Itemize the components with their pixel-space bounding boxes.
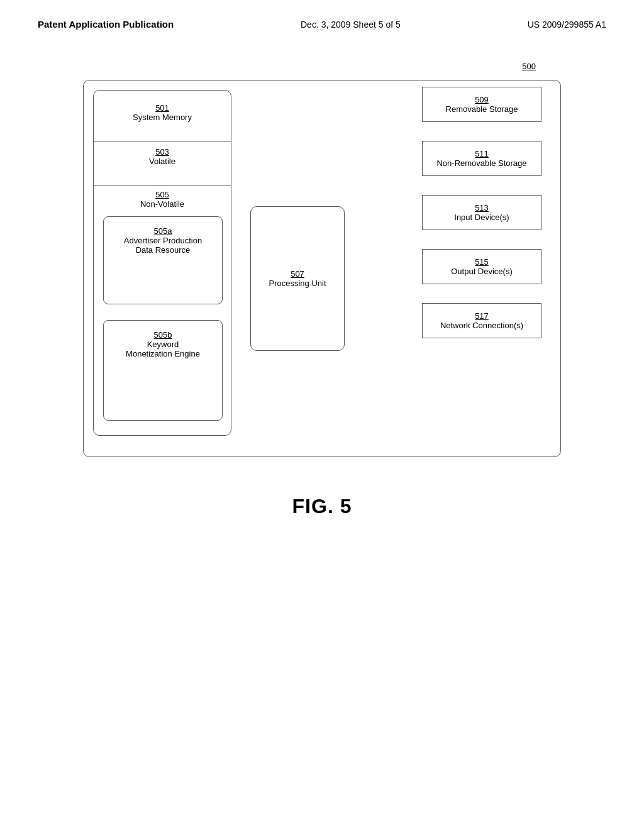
box-505a: 505a Advertiser Production Data Resource (103, 216, 223, 304)
box-511: 511 Non-Removable Storage (422, 141, 541, 176)
box-507: 507 Processing Unit (250, 206, 345, 351)
page-header: Patent Application Publication Dec. 3, 2… (0, 0, 644, 42)
box-505b-label: 505b Keyword Monetization Engine (126, 330, 200, 358)
box-505a-label: 505a Advertiser Production Data Resource (124, 226, 202, 255)
system-memory-label: 501 System Memory (133, 103, 192, 122)
system-memory-box: 501 System Memory 503 Volatile 505 Non-V… (93, 90, 231, 436)
box-515: 515 Output Device(s) (422, 249, 541, 284)
volatile-label: 503 Volatile (149, 147, 175, 166)
volatile-divider (94, 141, 231, 141)
fig-caption: FIG. 5 (70, 495, 574, 518)
header-left: Patent Application Publication (38, 19, 174, 30)
nonvolatile-divider (94, 185, 231, 185)
diagram-container: 500 501 System Memory 503 Volatile 505 N… (70, 80, 574, 518)
box-517: 517 Network Connection(s) (422, 303, 541, 338)
nonvolatile-label: 505 Non-Volatile (140, 190, 184, 209)
header-right: US 2009/299855 A1 (528, 19, 606, 30)
header-center: Dec. 3, 2009 Sheet 5 of 5 (301, 19, 401, 30)
box-507-label: 507 Processing Unit (269, 269, 326, 288)
outer-box: 501 System Memory 503 Volatile 505 Non-V… (83, 80, 561, 457)
right-boxes: 509 Removable Storage 511 Non-Removable … (422, 87, 548, 357)
box-509: 509 Removable Storage (422, 87, 541, 122)
box-505b: 505b Keyword Monetization Engine (103, 320, 223, 421)
fig-number-500: 500 (522, 61, 536, 71)
box-513: 513 Input Device(s) (422, 195, 541, 230)
